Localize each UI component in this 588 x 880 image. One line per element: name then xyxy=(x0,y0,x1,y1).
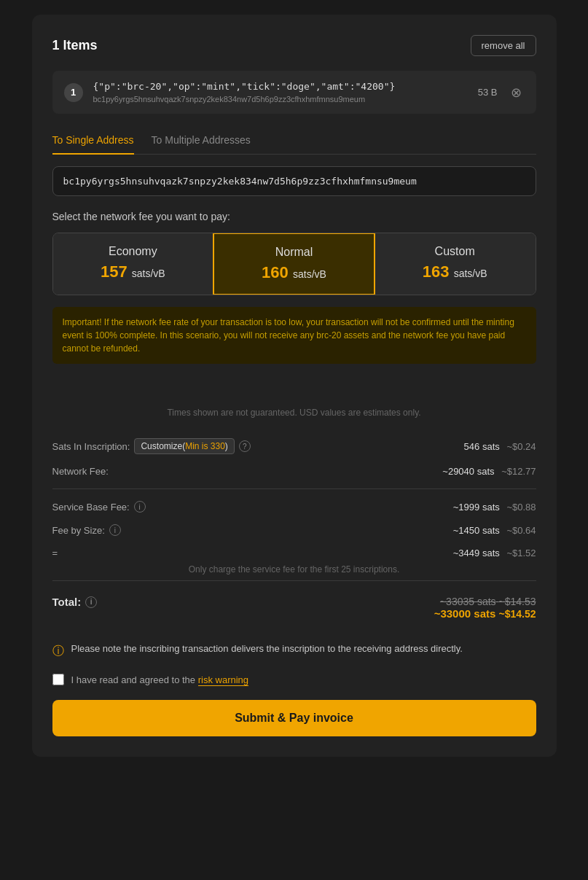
fee-option-economy[interactable]: Economy 157 sats/vB xyxy=(53,233,214,295)
network-fee-value: ~29040 sats ~$12.77 xyxy=(442,466,536,477)
total-info-icon[interactable]: i xyxy=(85,596,97,608)
fee-economy-value: 157 sats/vB xyxy=(65,262,202,281)
subtotal-equals: = xyxy=(52,548,58,558)
fee-section-label: Select the network fee you want to pay: xyxy=(52,211,536,222)
tab-single-address[interactable]: To Single Address xyxy=(52,128,134,155)
divider-2 xyxy=(52,580,536,581)
fee-options: Economy 157 sats/vB Normal 160 sats/vB C… xyxy=(52,233,536,295)
customize-button[interactable]: Customize(Min is 330) xyxy=(134,438,234,454)
fee-custom-name: Custom xyxy=(386,245,524,258)
warning-box: Important! If the network fee rate of yo… xyxy=(52,307,536,364)
service-base-fee-label: Service Base Fee: i xyxy=(52,501,146,513)
items-count: 1 Items xyxy=(52,38,98,53)
service-note: Only charge the service fee for the firs… xyxy=(52,564,536,575)
notice-text: Please note the inscribing transaction d… xyxy=(71,643,463,654)
tabs: To Single Address To Multiple Addresses xyxy=(52,128,536,155)
tab-multiple-addresses[interactable]: To Multiple Addresses xyxy=(152,128,251,155)
main-card: 1 Items remove all 1 {"p":"brc-20","op":… xyxy=(32,15,557,757)
disclaimer-text: Times shown are not guaranteed. USD valu… xyxy=(52,408,536,418)
remove-all-button[interactable]: remove all xyxy=(471,35,536,56)
fee-breakdown: Sats In Inscription: Customize(Min is 33… xyxy=(52,432,536,623)
subtotal-row: = ~3449 sats ~$1.52 xyxy=(52,542,536,564)
card-header: 1 Items remove all xyxy=(52,35,536,56)
checkbox-label: I have read and agreed to the risk warni… xyxy=(71,674,249,685)
sats-inscription-label: Sats In Inscription: Customize(Min is 33… xyxy=(52,438,251,454)
item-content: {"p":"brc-20","op":"mint","tick":"doge",… xyxy=(93,81,468,104)
item-address: bc1py6yrgs5hnsuhvqazk7snpzy2kek834nw7d5h… xyxy=(93,95,468,104)
fee-by-size-row: Fee by Size: i ~1450 sats ~$0.64 xyxy=(52,518,536,542)
fee-normal-value: 160 sats/vB xyxy=(226,263,362,282)
fee-option-normal[interactable]: Normal 160 sats/vB xyxy=(213,233,375,295)
total-values: ~33035 sats ~$14.53 ~33000 sats ~$14.52 xyxy=(434,596,536,620)
total-label: Total: i xyxy=(52,596,98,608)
divider-1 xyxy=(52,488,536,489)
network-fee-row: Network Fee: ~29040 sats ~$12.77 xyxy=(52,460,536,483)
notice-box: ⓘ Please note the inscribing transaction… xyxy=(52,634,536,668)
item-close-button[interactable]: ⊗ xyxy=(508,85,525,101)
total-row: Total: i ~33035 sats ~$14.53 ~33000 sats… xyxy=(52,587,536,623)
address-input[interactable] xyxy=(52,166,536,196)
service-base-fee-value: ~1999 sats ~$0.88 xyxy=(453,502,536,513)
item-code: {"p":"brc-20","op":"mint","tick":"doge",… xyxy=(93,81,468,92)
risk-warning-link[interactable]: risk warning xyxy=(198,674,248,686)
total-final: ~33000 sats ~$14.52 xyxy=(434,607,536,620)
submit-pay-button[interactable]: Submit & Pay invoice xyxy=(52,700,536,736)
subtotal-value: ~3449 sats ~$1.52 xyxy=(453,548,536,558)
fee-custom-value: 163 sats/vB xyxy=(386,262,524,281)
fee-option-custom[interactable]: Custom 163 sats/vB xyxy=(375,233,536,295)
notice-icon: ⓘ xyxy=(52,644,64,659)
fee-by-size-value: ~1450 sats ~$0.64 xyxy=(453,525,536,536)
sats-inscription-value: 546 sats ~$0.24 xyxy=(464,441,536,452)
risk-checkbox[interactable] xyxy=(52,674,64,685)
item-row: 1 {"p":"brc-20","op":"mint","tick":"doge… xyxy=(52,71,536,114)
sats-inscription-row: Sats In Inscription: Customize(Min is 33… xyxy=(52,432,536,460)
fee-by-size-info-icon[interactable]: i xyxy=(109,524,121,536)
fee-economy-name: Economy xyxy=(65,245,202,258)
total-strikethrough: ~33035 sats ~$14.53 xyxy=(434,596,536,607)
item-size: 53 B xyxy=(478,87,498,98)
warning-text: Important! If the network fee rate of yo… xyxy=(63,317,514,354)
fee-normal-name: Normal xyxy=(226,246,362,259)
item-number: 1 xyxy=(64,83,83,102)
checkbox-row: I have read and agreed to the risk warni… xyxy=(52,668,536,700)
service-base-fee-row: Service Base Fee: i ~1999 sats ~$0.88 xyxy=(52,495,536,518)
fee-by-size-label: Fee by Size: i xyxy=(52,524,121,536)
service-base-fee-info-icon[interactable]: i xyxy=(134,501,146,513)
network-fee-label: Network Fee: xyxy=(52,466,109,477)
sats-inscription-info-icon[interactable]: ? xyxy=(239,440,251,452)
